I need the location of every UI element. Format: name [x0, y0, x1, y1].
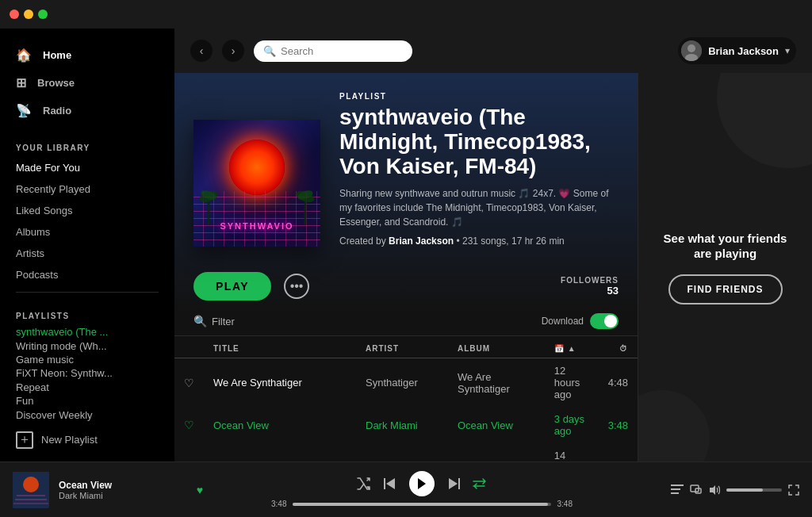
sidebar-item-podcasts[interactable]: Podcasts	[0, 264, 174, 285]
next-button[interactable]	[447, 477, 460, 490]
play-pause-button[interactable]	[409, 471, 435, 496]
track-artist-cell: The Abyss	[356, 443, 448, 461]
more-options-button[interactable]: •••	[284, 274, 309, 299]
find-friends-button[interactable]: FIND FRIENDS	[668, 274, 783, 304]
followers-label: FOLLOWERS	[561, 276, 619, 285]
playlist-header: SYNTHWAVIO	[174, 73, 638, 259]
track-date-cell: 3 days ago	[545, 407, 599, 443]
shuffle-button[interactable]	[357, 477, 371, 490]
volume-bar[interactable]	[726, 488, 782, 492]
sidebar-item-artists[interactable]: Artists	[0, 243, 174, 264]
maximize-button[interactable]	[38, 10, 48, 19]
table-row[interactable]: ♡ We Are Synthatiger Synthatiger We Are …	[174, 358, 638, 408]
table-row[interactable]: ♡ The Outlands, Pt. 2 The Abyss Alpha Lo…	[174, 443, 638, 461]
col-title: TITLE	[204, 339, 356, 358]
app-body: 🏠 Home ⊞ Browse 📡 Radio YOUR LIBRARY Mad…	[0, 29, 812, 461]
svg-rect-20	[671, 488, 680, 490]
repeat-button[interactable]	[473, 478, 487, 489]
sidebar-item-home[interactable]: 🏠 Home	[0, 41, 174, 69]
sidebar: 🏠 Home ⊞ Browse 📡 Radio YOUR LIBRARY Mad…	[0, 29, 174, 461]
track-list-controls: 🔍 Filter Download	[174, 313, 638, 336]
fullscreen-button[interactable]	[788, 484, 799, 496]
playlist-desc: Sharing new synthwave and outrun music 🎵…	[339, 186, 619, 229]
play-button[interactable]: PLAY	[193, 272, 271, 301]
playlist-cover: SYNTHWAVIO	[193, 120, 320, 247]
bottom-player: Ocean View Dark Miami ♥	[0, 461, 812, 517]
sort-icon: ▲	[568, 344, 576, 353]
download-toggle[interactable]	[590, 313, 619, 329]
track-heart-cell: ♡	[174, 358, 204, 408]
toggle-thumb	[604, 315, 617, 327]
heart-icon[interactable]: ♡	[184, 377, 194, 389]
home-icon: 🏠	[16, 48, 32, 63]
track-title-cell: The Outlands, Pt. 2	[204, 443, 356, 461]
sidebar-playlist-fun[interactable]: Fun	[0, 394, 174, 408]
time-elapsed: 3:48	[271, 500, 286, 508]
action-bar: PLAY ••• FOLLOWERS 53	[174, 259, 638, 313]
sidebar-playlist-synthwaveio[interactable]: synthwaveio (The ...	[0, 325, 174, 339]
sidebar-item-albums[interactable]: Albums	[0, 221, 174, 243]
filter-box[interactable]: 🔍 Filter	[193, 315, 235, 327]
track-duration-cell: 3:48	[599, 407, 638, 443]
queue-button[interactable]	[671, 484, 684, 496]
track-table-header: TITLE ARTIST ALBUM 📅 ▲ ⏱	[174, 339, 638, 358]
sidebar-item-recently-played[interactable]: Recently Played	[0, 178, 174, 200]
search-icon: 🔍	[263, 45, 276, 57]
sidebar-item-browse[interactable]: ⊞ Browse	[0, 69, 174, 97]
track-heart-cell: ♡	[174, 407, 204, 443]
user-name: Brian Jackson	[708, 45, 779, 57]
svg-point-1	[688, 44, 695, 52]
playlist-info: PLAYLIST synthwaveio (The Midnight, Time…	[339, 92, 619, 247]
radio-icon: 📡	[16, 103, 32, 118]
title-bar	[0, 0, 812, 29]
back-button[interactable]: ‹	[190, 40, 213, 62]
sidebar-item-made-for-you[interactable]: Made For You	[0, 157, 174, 178]
playlist-author[interactable]: Brian Jackson	[389, 236, 454, 247]
now-playing-heart-icon[interactable]: ♥	[197, 484, 203, 496]
playlist-view: SYNTHWAVIO	[174, 73, 638, 461]
heart-icon[interactable]: ♡	[184, 419, 194, 431]
svg-rect-17	[458, 478, 460, 489]
svg-marker-18	[449, 478, 458, 489]
cover-sun-art	[229, 140, 285, 195]
download-area: Download	[542, 313, 619, 329]
col-date: 📅 ▲	[545, 339, 599, 358]
forward-button[interactable]: ›	[222, 40, 244, 62]
sidebar-playlist-discover-weekly[interactable]: Discover Weekly	[0, 408, 174, 422]
minimize-button[interactable]	[24, 10, 33, 19]
svg-marker-24	[710, 485, 715, 495]
devices-button[interactable]	[690, 484, 703, 496]
close-button[interactable]	[10, 10, 19, 19]
user-menu[interactable]: Brian Jackson ▾	[678, 37, 796, 64]
sidebar-nav: 🏠 Home ⊞ Browse 📡 Radio	[0, 29, 174, 131]
sidebar-item-radio[interactable]: 📡 Radio	[0, 97, 174, 124]
volume-fill	[726, 488, 763, 492]
sidebar-divider	[16, 292, 159, 293]
track-artist-cell: Dark Miami	[356, 407, 448, 443]
calendar-icon: 📅	[554, 344, 565, 353]
previous-button[interactable]	[384, 477, 396, 490]
new-playlist-button[interactable]: ＋ New Playlist	[0, 425, 174, 455]
friends-title: See what your friends are playing	[654, 231, 796, 262]
time-total: 3:48	[557, 500, 573, 508]
sidebar-playlist-game-music[interactable]: Game music	[0, 353, 174, 366]
col-album: ALBUM	[448, 339, 545, 358]
deco-circle-2	[638, 390, 710, 461]
sidebar-playlist-fixt-neon[interactable]: FiXT Neon: Synthw...	[0, 366, 174, 380]
now-playing-info: Ocean View Dark Miami	[59, 480, 182, 500]
table-row[interactable]: ♡ Ocean View Dark Miami Ocean View 3 day…	[174, 407, 638, 443]
search-box[interactable]: 🔍	[254, 40, 412, 62]
col-duration: ⏱	[599, 339, 638, 358]
sidebar-playlist-repeat[interactable]: Repeat	[0, 381, 174, 394]
progress-bar[interactable]	[293, 503, 550, 506]
track-heart-cell: ♡	[174, 443, 204, 461]
player-controls: 3:48 3:48	[203, 471, 641, 508]
now-playing-title: Ocean View	[59, 480, 182, 491]
progress-area: 3:48 3:48	[271, 500, 573, 508]
now-playing-cover	[13, 472, 49, 508]
sidebar-playlist-writing-mode[interactable]: Writing mode (Wh...	[0, 339, 174, 352]
search-input[interactable]	[281, 45, 403, 57]
volume-button[interactable]	[709, 484, 720, 496]
playlist-title: synthwaveio (The Midnight, Timecop1983, …	[339, 105, 619, 178]
sidebar-item-liked-songs[interactable]: Liked Songs	[0, 200, 174, 221]
